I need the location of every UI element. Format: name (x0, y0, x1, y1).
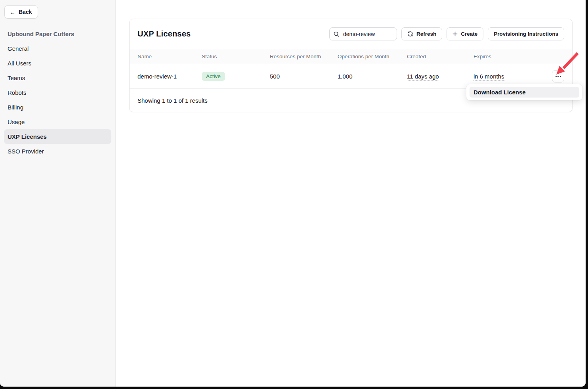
cell-created: 11 days ago (407, 73, 473, 80)
back-button[interactable]: ← Back (4, 5, 38, 19)
cell-resources-per-month: 500 (270, 73, 338, 80)
search-input[interactable] (342, 31, 393, 38)
sidebar-item-uxp-licenses[interactable]: UXP Licenses (4, 129, 111, 144)
back-button-label: Back (19, 9, 32, 15)
sidebar-item-sso-provider[interactable]: SSO Provider (4, 144, 111, 159)
cell-actions (541, 70, 564, 82)
refresh-button-label: Refresh (416, 31, 436, 37)
refresh-button[interactable]: Refresh (401, 27, 442, 40)
created-relative-time[interactable]: 11 days ago (407, 73, 439, 81)
menu-item-download-license[interactable]: Download License (470, 87, 579, 98)
sidebar-item-usage[interactable]: Usage (4, 115, 111, 129)
sidebar: ← Back Upbound Paper Cutters General All… (0, 0, 116, 387)
expires-relative-time[interactable]: in 6 months (473, 73, 504, 81)
main-content: UXP Licenses (116, 0, 586, 387)
sidebar-item-teams[interactable]: Teams (4, 71, 111, 85)
column-header-name: Name (137, 54, 202, 59)
column-header-status: Status (202, 54, 270, 59)
app-window: ← Back Upbound Paper Cutters General All… (0, 0, 586, 387)
sidebar-item-all-users[interactable]: All Users (4, 56, 111, 71)
status-badge: Active (202, 72, 225, 81)
provisioning-instructions-label: Provisioning Instructions (494, 31, 558, 37)
cell-operations-per-month: 1,000 (338, 73, 407, 80)
cell-name: demo-review-1 (137, 73, 202, 80)
refresh-icon (407, 31, 413, 37)
table-header-row: Name Status Resources per Month Operatio… (130, 49, 572, 64)
page-title: UXP Licenses (137, 29, 191, 38)
row-actions-menu-button[interactable] (552, 70, 564, 82)
provisioning-instructions-button[interactable]: Provisioning Instructions (488, 27, 564, 40)
row-actions-menu: Download License (466, 84, 582, 100)
column-header-operations: Operations per Month (338, 54, 407, 59)
header-controls: Refresh Create Provisioning Instructions (329, 27, 564, 40)
column-header-resources: Resources per Month (270, 54, 338, 59)
org-name-heading: Upbound Paper Cutters (4, 31, 111, 37)
create-button-label: Create (461, 31, 477, 37)
column-header-created: Created (407, 54, 473, 59)
cell-expires: in 6 months (473, 73, 541, 80)
sidebar-item-general[interactable]: General (4, 41, 111, 56)
back-arrow-icon: ← (10, 9, 15, 15)
sidebar-item-robots[interactable]: Robots (4, 85, 111, 100)
results-count-text: Showing 1 to 1 of 1 results (137, 97, 208, 104)
ellipsis-icon (556, 76, 561, 77)
sidebar-item-billing[interactable]: Billing (4, 100, 111, 115)
card-header: UXP Licenses (130, 19, 572, 49)
search-box[interactable] (329, 27, 397, 40)
cell-status: Active (202, 72, 270, 81)
plus-icon (452, 31, 458, 36)
column-header-expires: Expires (473, 54, 541, 59)
search-icon (334, 31, 339, 37)
create-button[interactable]: Create (447, 27, 483, 40)
